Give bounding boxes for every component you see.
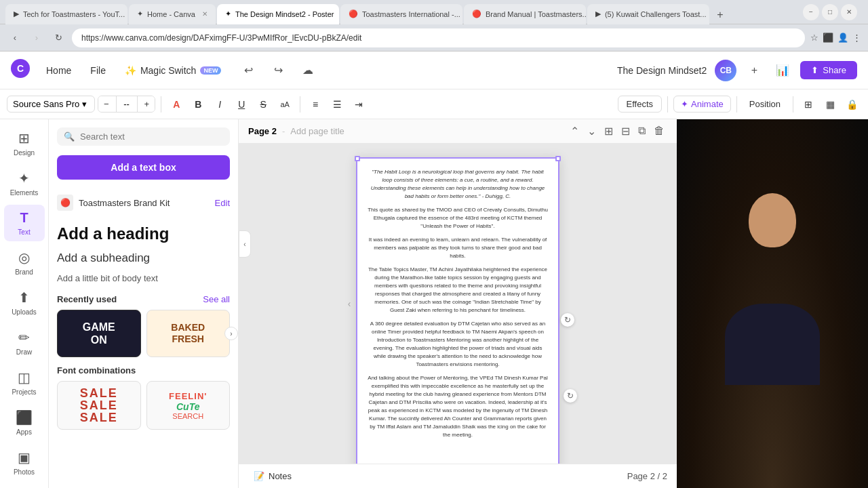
font-combo-card-feelin-cute[interactable]: FEELIN' CuTe search (146, 381, 231, 430)
search-input[interactable] (80, 131, 223, 142)
canvas-scroll[interactable]: ‹ "The Habit Loop is a neurological loop… (239, 144, 677, 464)
scroll-right-button[interactable]: › (224, 327, 238, 340)
canva-logo[interactable]: C (11, 59, 30, 81)
photos-icon: ▣ (18, 449, 31, 466)
canvas-ai-refresh-button[interactable]: ↻ (564, 389, 577, 403)
lock-button[interactable]: 🔒 (842, 95, 861, 114)
separator-2 (300, 96, 300, 113)
sidebar-item-draw[interactable]: ✏ Draw (4, 324, 45, 361)
add-text-box-button[interactable]: Add a text box (57, 155, 230, 180)
font-size-increase[interactable]: + (139, 96, 155, 112)
font-selector[interactable]: Source Sans Pro ▾ (7, 96, 95, 113)
browser-tab-4[interactable]: 🔴 Toastmasters International -... ✕ (340, 4, 462, 24)
sidebar-item-brand[interactable]: ◎ Brand (4, 244, 45, 281)
strikethrough-button[interactable]: S (254, 95, 273, 114)
feelin-text: FEELIN' (169, 391, 207, 401)
browser-tab-3[interactable]: ✦ The Design Mindset2 - Poster ✕ (217, 4, 339, 24)
grid-view-button[interactable]: ⊞ (799, 95, 818, 114)
animate-button[interactable]: ✦ Animate (673, 96, 731, 113)
canvas-page[interactable]: "The Habit Loop is a neurological loop t… (356, 157, 559, 464)
design-icon: ⊞ (18, 130, 30, 146)
sidebar-item-projects[interactable]: ◫ Projects (4, 364, 45, 401)
canvas-area: Page 2 - Add page title ⌃ ⌄ ⊞ ⊟ ⧉ 🗑 ‹ (239, 119, 677, 488)
subheading-sample[interactable]: Add a subheading (57, 247, 230, 269)
sidebar-item-uploads[interactable]: ⬆ Uploads (4, 284, 45, 321)
effects-button[interactable]: Effects (618, 96, 663, 113)
profile-icon[interactable]: 👤 (837, 33, 848, 43)
layout-button[interactable]: ▦ (821, 95, 840, 114)
sidebar-item-elements[interactable]: ✦ Elements (4, 165, 45, 202)
sidebar-item-photos[interactable]: ▣ Photos (4, 444, 45, 481)
font-name-display: Source Sans Pro (13, 99, 79, 109)
maximize-button[interactable]: □ (822, 4, 838, 20)
user-avatar[interactable]: CB (715, 60, 736, 81)
canvas-resize-handle-tl[interactable] (355, 156, 360, 161)
page-expand-alt-icon[interactable]: ⊟ (618, 123, 633, 139)
back-button[interactable]: ‹ (7, 30, 23, 46)
extension-icon[interactable]: ⬛ (823, 33, 833, 43)
font-combo-card-sale[interactable]: SALESALESALE (57, 381, 141, 430)
minimize-button[interactable]: − (803, 4, 819, 20)
page-trash-icon[interactable]: 🗑 (651, 123, 667, 139)
reload-button[interactable]: ↻ (50, 30, 66, 46)
canvas-resize-handle-tr[interactable] (555, 156, 561, 161)
heading-sample[interactable]: Add a heading (57, 220, 230, 247)
browser-tab-6[interactable]: ▶ (5) Kuwait Challengers Toast... ✕ (587, 4, 709, 24)
font-card-baked-fresh[interactable]: BAKEDFRESH (146, 310, 231, 357)
browser-tab-5[interactable]: 🔴 Brand Manual | Toastmasters... ✕ (464, 4, 586, 24)
redo-button[interactable]: ↪ (267, 60, 289, 81)
list-button[interactable]: ☰ (328, 95, 347, 114)
home-nav-item[interactable]: Home (38, 61, 79, 80)
font-size-decrease[interactable]: − (98, 96, 115, 112)
edit-brand-kit-link[interactable]: Edit (215, 198, 230, 208)
tab-favicon-2: ✦ (137, 9, 143, 18)
magic-switch-nav-item[interactable]: ✨ Magic Switch NEW (117, 61, 229, 80)
panel-collapse-button[interactable]: ‹ (239, 230, 251, 258)
sidebar-item-text[interactable]: T Text (4, 205, 45, 241)
browser-tab-1[interactable]: ▶ Tech for Toastmasters - YouT... ✕ (5, 4, 127, 24)
page-collapse-icon[interactable]: ⌃ (568, 123, 582, 139)
align-button[interactable]: ≡ (306, 95, 325, 114)
see-all-link[interactable]: See all (203, 294, 230, 304)
font-size-value[interactable]: -- (116, 96, 138, 112)
bookmark-icon[interactable]: ☆ (810, 33, 818, 43)
text-color-button[interactable]: A (167, 95, 186, 114)
indent-button[interactable]: ⇥ (349, 95, 368, 114)
page-add-title-placeholder[interactable]: Add page title (290, 126, 344, 136)
tab-close-2[interactable]: ✕ (202, 10, 208, 18)
analytics-button[interactable]: 📊 (772, 60, 793, 81)
page-fit-icon[interactable]: ⊞ (601, 123, 616, 139)
page-expand-icon[interactable]: ⌄ (585, 123, 599, 139)
scroll-left-gutter[interactable]: ‹ (342, 298, 356, 309)
new-tab-button[interactable]: + (711, 5, 730, 24)
case-button[interactable]: aA (275, 95, 294, 114)
browser-bar: ▶ Tech for Toastmasters - YouT... ✕ ✦ Ho… (0, 0, 868, 24)
browser-window-controls: − □ ✕ (803, 4, 857, 20)
notes-button[interactable]: 📝 Notes (248, 468, 297, 484)
font-card-game-on[interactable]: GAMEON (57, 310, 141, 357)
undo-button[interactable]: ↩ (237, 60, 259, 81)
share-button[interactable]: ⬆ Share (800, 61, 857, 79)
settings-icon[interactable]: ⋮ (852, 33, 861, 43)
animate-label: Animate (691, 99, 724, 109)
add-user-button[interactable]: + (743, 60, 765, 81)
bold-button[interactable]: B (189, 95, 208, 114)
save-to-cloud-button[interactable]: ☁ (297, 60, 319, 81)
italic-button[interactable]: I (210, 95, 229, 114)
file-nav-item[interactable]: File (82, 61, 114, 80)
sidebar-item-design[interactable]: ⊞ Design (4, 125, 45, 162)
close-button[interactable]: ✕ (841, 4, 857, 20)
page-duplicate-icon[interactable]: ⧉ (635, 123, 648, 139)
forward-button[interactable]: › (28, 30, 45, 46)
body-text-sample[interactable]: Add a little bit of body text (57, 269, 230, 287)
address-input[interactable] (72, 28, 805, 47)
sidebar-item-apps[interactable]: ⬛ Apps (4, 404, 45, 441)
underline-button[interactable]: U (232, 95, 251, 114)
browser-tab-2[interactable]: ✦ Home - Canva ✕ (129, 4, 216, 24)
position-button[interactable]: Position (743, 96, 787, 112)
format-toolbar: Source Sans Pro ▾ − -- + A B I U S aA ≡ … (0, 89, 868, 119)
tab-favicon-3: ✦ (225, 9, 231, 18)
right-video-panel (677, 119, 868, 488)
app-toolbar: C Home File ✨ Magic Switch NEW ↩ ↪ ☁ The… (0, 52, 868, 89)
canvas-refresh-button[interactable]: ↻ (561, 313, 574, 327)
